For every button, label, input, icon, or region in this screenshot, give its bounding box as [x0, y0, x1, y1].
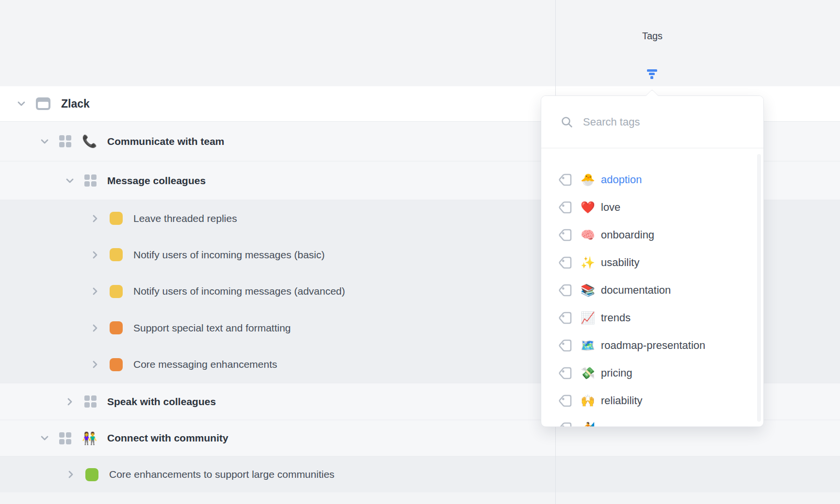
chevron-right-icon[interactable]: [91, 361, 99, 368]
tag-emoji: 📈: [581, 312, 595, 324]
tag-item[interactable]: 🙌 reliability: [541, 387, 763, 414]
tag-icon: [557, 310, 574, 326]
tag-emoji: 💸: [581, 367, 595, 379]
tag-item[interactable]: 🐣 adoption: [541, 166, 763, 193]
release-label: Speak with colleagues: [107, 396, 216, 408]
grid-icon: [59, 432, 71, 444]
chevron-right-icon[interactable]: [91, 215, 99, 222]
tag-label: pricing: [601, 367, 632, 379]
grid-icon: [84, 174, 97, 187]
feature-label: Core messaging enhancements: [133, 359, 277, 370]
tag-emoji: 🐣: [581, 174, 595, 186]
chevron-right-icon[interactable]: [67, 471, 75, 478]
tag-emoji: 🧠: [581, 229, 595, 241]
tag-item[interactable]: 🗺️ roadmap-presentation: [541, 331, 763, 359]
tag-emoji: 📚: [581, 284, 595, 296]
grid-icon: [59, 135, 71, 147]
chevron-down-icon[interactable]: [17, 101, 25, 106]
chevron-down-icon[interactable]: [66, 178, 74, 183]
tags-column-header: Tags: [555, 31, 749, 42]
tag-emoji: 🗺️: [581, 340, 595, 351]
people-emoji-icon: 👫: [82, 432, 97, 444]
tag-label: love: [601, 201, 620, 214]
feature-status-square: [85, 468, 98, 481]
chevron-down-icon[interactable]: [41, 139, 48, 144]
tag-label: documentation: [601, 284, 671, 297]
search-tags-input[interactable]: [582, 115, 739, 129]
app-canvas: Zlack 📞 Communicate with team Message co…: [0, 0, 840, 504]
tags-filter-popover: 🐣 adoption ❤️ love 🧠 onboarding ✨ usabil…: [541, 95, 764, 427]
tag-icon: [557, 172, 574, 188]
chevron-down-icon[interactable]: [41, 436, 48, 441]
tag-label: reliability: [601, 394, 643, 407]
tag-icon: [557, 199, 574, 216]
feature-label: Leave threaded replies: [133, 213, 237, 224]
filter-bar: [649, 73, 655, 75]
goal-label: Connect with community: [107, 432, 228, 444]
tag-emoji: 🙌: [581, 395, 595, 407]
tag-item[interactable]: 💸 pricing: [541, 359, 763, 387]
tag-item[interactable]: 📚 documentation: [541, 276, 763, 304]
tag-item[interactable]: ❤️ love: [541, 193, 763, 221]
tag-label: roadmap-presentation: [601, 339, 705, 352]
tag-icon: [557, 227, 574, 243]
goal-label: Communicate with team: [107, 136, 225, 147]
feature-status-square: [110, 248, 123, 261]
tag-icon: [557, 282, 574, 299]
feature-status-square: [110, 358, 123, 371]
tag-label: trends: [601, 312, 630, 324]
grid-icon: [84, 395, 97, 408]
release-label: Message colleagues: [107, 175, 206, 187]
tag-label: onboarding: [601, 229, 654, 241]
chevron-right-icon[interactable]: [91, 324, 99, 332]
scrollbar-track[interactable]: [757, 154, 761, 422]
chevron-right-icon[interactable]: [91, 287, 99, 295]
chevron-right-icon[interactable]: [66, 398, 74, 406]
feature-label: Notify users of incoming messages (basic…: [133, 249, 324, 261]
tag-item[interactable]: 🧠 onboarding: [541, 221, 763, 249]
feature-label: Support special text and formatting: [133, 322, 291, 334]
tag-item[interactable]: ✨ usability: [541, 249, 763, 276]
filter-bar: [647, 69, 657, 72]
tag-label: adoption: [601, 173, 642, 186]
workspace-icon: [36, 97, 50, 110]
tag-emoji: ❤️: [581, 202, 595, 213]
feature-status-square: [110, 285, 123, 298]
tag-emoji: ✨: [581, 257, 595, 268]
filter-icon[interactable]: [646, 69, 657, 79]
tag-icon: [557, 337, 574, 354]
chevron-right-icon[interactable]: [91, 251, 99, 259]
filter-bar: [650, 76, 653, 79]
feature-status-square: [110, 321, 123, 334]
tag-emoji: 🏄: [581, 423, 595, 427]
phone-emoji-icon: 📞: [82, 135, 97, 147]
feature-status-square: [110, 212, 123, 225]
feature-label: Notify users of incoming messages (advan…: [133, 285, 345, 297]
tag-icon: [557, 365, 574, 381]
tree-row-feature[interactable]: Core enhancements to support large commu…: [0, 456, 840, 492]
workspace-label: Zlack: [61, 97, 90, 110]
tags-list[interactable]: 🐣 adoption ❤️ love 🧠 onboarding ✨ usabil…: [541, 148, 763, 426]
tag-icon: [557, 420, 574, 427]
search-icon: [561, 116, 573, 128]
feature-label: Core enhancements to support large commu…: [109, 469, 335, 480]
tag-icon: [557, 393, 574, 409]
tag-icon: [557, 254, 574, 271]
search-row: [541, 96, 763, 148]
tag-label: usability: [601, 256, 639, 269]
tag-item[interactable]: 📈 trends: [541, 304, 763, 331]
tag-item-partial[interactable]: 🏄: [541, 414, 763, 426]
